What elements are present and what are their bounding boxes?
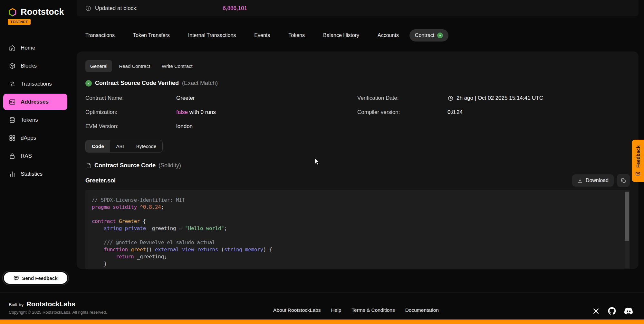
rootstock-hexagon-icon: [8, 7, 17, 17]
sidebar-item-home[interactable]: Home: [3, 40, 67, 56]
code-line: /// @notice Devuelve el saludo actual: [92, 239, 617, 246]
tab-events[interactable]: Events: [254, 32, 270, 38]
tab-tokens[interactable]: Tokens: [288, 32, 305, 38]
code-line: [92, 232, 617, 239]
feedback-envelope-icon: [635, 171, 640, 176]
code-tab[interactable]: Code: [86, 140, 110, 152]
block-number-link[interactable]: 6,886,101: [223, 5, 247, 12]
feedback-tab-label: Feedback: [635, 145, 641, 168]
tab-token-transfers[interactable]: Token Transfers: [133, 32, 170, 38]
lock-icon: [9, 153, 16, 160]
verified-heading: Contract Source Code Verified (Exact Mat…: [85, 80, 630, 87]
brand-name: Rootstock: [21, 7, 64, 17]
sidebar-item-ras[interactable]: RAS: [3, 148, 67, 164]
abi-tab[interactable]: ABI: [110, 140, 130, 152]
optimization-flag: false: [176, 109, 188, 115]
code-line: return _greeting;: [92, 253, 617, 260]
sidebar-item-label: Statistics: [21, 171, 43, 177]
optimization-value: false with 0 runs: [176, 109, 357, 116]
code-content: // SPDX-License-Identifier: MITpragma so…: [92, 197, 617, 267]
sidebar-item-transactions[interactable]: Transactions: [3, 76, 67, 92]
company-name[interactable]: RootstockLabs: [26, 300, 75, 308]
discord-icon[interactable]: [624, 307, 633, 315]
contract-name-value: Greeter: [176, 95, 357, 101]
verified-check-circle-icon: [85, 80, 92, 87]
source-title: Contract Source Code: [94, 162, 156, 169]
bar-chart-icon: [9, 171, 16, 178]
updated-block-bar: Updated at block: 6,886,101: [77, 0, 639, 16]
optimization-runs: with 0 runs: [188, 109, 216, 115]
copy-icon: [621, 178, 626, 183]
contract-subtabs: General Read Contract Write Contract: [85, 60, 630, 72]
code-line: pragma solidity ^0.8.24;: [92, 204, 617, 211]
file-actions: Download: [572, 174, 630, 187]
verified-suffix: (Exact Match): [182, 80, 218, 87]
tab-contract-label: Contract: [415, 32, 434, 38]
download-button[interactable]: Download: [572, 174, 614, 187]
updated-at-block-label: Updated at block:: [95, 5, 138, 12]
copyright-text: Copyright © 2025 RootstockLabs. All righ…: [9, 310, 107, 315]
code-view-switcher: Code ABI Bytecode: [85, 140, 163, 153]
clock-icon: [447, 95, 454, 101]
footer-links: About RootstockLabs Help Terms & Conditi…: [273, 307, 439, 313]
bytecode-tab[interactable]: Bytecode: [130, 140, 163, 152]
sidebar-item-label: Home: [21, 45, 35, 51]
contract-panel: General Read Contract Write Contract Con…: [77, 51, 639, 269]
tab-transactions[interactable]: Transactions: [85, 32, 115, 38]
grid-icon: [9, 134, 16, 142]
footer-link-help[interactable]: Help: [331, 307, 341, 313]
footer-link-about[interactable]: About RootstockLabs: [273, 307, 321, 313]
evm-version-label: EVM Version:: [85, 123, 176, 130]
home-icon: [9, 44, 16, 51]
sidebar-item-dapps[interactable]: dApps: [3, 130, 67, 146]
id-card-icon: [9, 98, 16, 106]
tab-contract[interactable]: Contract: [409, 29, 448, 42]
brand-logo[interactable]: Rootstock: [3, 7, 67, 17]
sidebar-nav: Home Blocks Transactions Addresses Token…: [3, 40, 67, 182]
code-line: function greet() external view returns (…: [92, 246, 617, 253]
compiler-version-value: 0.8.24: [447, 109, 630, 116]
download-icon: [577, 178, 583, 183]
code-scrollbar-thumb[interactable]: [625, 192, 629, 241]
footer-link-documentation[interactable]: Documentation: [405, 307, 439, 313]
code-scrollbar[interactable]: [625, 191, 629, 268]
copy-button[interactable]: [617, 174, 630, 187]
tab-internal-transactions[interactable]: Internal Transactions: [188, 32, 236, 38]
subtab-read-contract[interactable]: Read Contract: [114, 60, 155, 72]
file-row: Greeter.sol Download: [85, 174, 630, 187]
github-icon[interactable]: [608, 307, 616, 315]
send-feedback-button[interactable]: Send Feedback: [4, 272, 67, 284]
address-tabs: Transactions Token Transfers Internal Tr…: [77, 29, 639, 42]
tab-accounts[interactable]: Accounts: [378, 32, 399, 38]
info-icon: [85, 5, 91, 12]
tab-balance-history[interactable]: Balance History: [323, 32, 359, 38]
built-by-label: Built by: [9, 302, 24, 307]
verification-date-value: 2h ago | Oct 02 2025 15:14:41 UTC: [447, 95, 630, 101]
subtab-write-contract[interactable]: Write Contract: [157, 60, 197, 72]
cube-icon: [9, 62, 16, 69]
x-icon[interactable]: [592, 308, 600, 315]
code-line: contract Greeter {: [92, 218, 617, 225]
main-content: Updated at block: 6,886,101 Transactions…: [77, 0, 639, 269]
evm-version-value: london: [176, 123, 357, 130]
code-line: }: [92, 260, 617, 267]
download-label: Download: [586, 178, 609, 183]
sidebar-item-label: Transactions: [21, 81, 52, 87]
send-feedback-label: Send Feedback: [22, 275, 57, 281]
swap-arrows-icon: [9, 80, 16, 88]
sidebar-item-addresses[interactable]: Addresses: [3, 94, 67, 110]
sidebar-item-tokens[interactable]: Tokens: [3, 112, 67, 128]
subtab-general[interactable]: General: [85, 60, 112, 72]
contract-name-label: Contract Name:: [85, 95, 176, 101]
sidebar-item-statistics[interactable]: Statistics: [3, 166, 67, 182]
feedback-side-tab[interactable]: Feedback: [632, 140, 644, 182]
sidebar-item-blocks[interactable]: Blocks: [3, 58, 67, 74]
file-name: Greeter.sol: [85, 177, 116, 184]
testnet-badge: TESTNET: [8, 19, 31, 25]
sidebar-item-label: dApps: [21, 135, 36, 141]
code-block[interactable]: // SPDX-License-Identifier: MITpragma so…: [85, 190, 630, 269]
verification-date-text: 2h ago | Oct 02 2025 15:14:41 UTC: [457, 95, 543, 101]
footer-link-terms[interactable]: Terms & Conditions: [351, 307, 395, 313]
sidebar-item-label: Blocks: [21, 63, 37, 69]
sidebar: Rootstock TESTNET Home Blocks Transactio…: [0, 0, 71, 292]
